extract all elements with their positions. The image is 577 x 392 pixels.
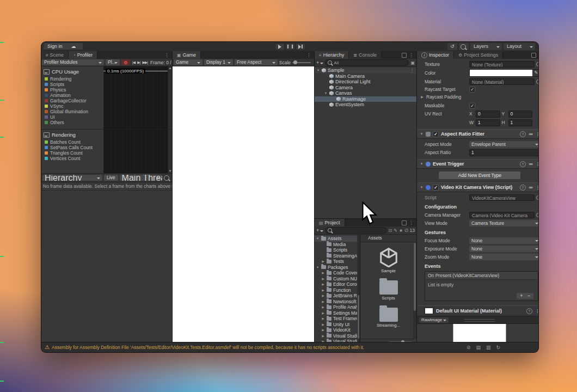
assets-breadcrumb[interactable]: Assets (360, 235, 416, 242)
presets-icon[interactable]: ≔ (529, 132, 533, 137)
next-frame-icon[interactable]: ▶| (137, 60, 140, 65)
cpu-chart[interactable]: 0.1ms (10000FPS) (103, 66, 168, 129)
uv-w-input[interactable]: 1 (476, 119, 500, 126)
maskable-checkbox[interactable]: ✓ (469, 103, 475, 109)
rendering-header[interactable]: Rendering (41, 131, 103, 139)
foldout-arrow[interactable]: ▼ (420, 186, 423, 189)
first-frame-icon[interactable]: |◀ (132, 60, 135, 65)
asset-item[interactable]: Scripts (370, 280, 408, 301)
foldout-arrow[interactable]: ▶ (321, 305, 325, 309)
search-by-type-icon[interactable]: ⊡ (389, 228, 392, 233)
scene-visibility-icon[interactable]: ▣ (410, 60, 415, 65)
remove-event-button[interactable]: − (527, 293, 530, 299)
component-enabled-checkbox[interactable]: ✓ (433, 185, 439, 191)
project-folder-item[interactable]: ▶ Visual Studic (315, 333, 357, 339)
cpu-legend-item[interactable]: Others (41, 120, 103, 125)
lock-icon[interactable] (531, 53, 536, 58)
project-folder-item[interactable]: ▶ Tests (315, 259, 357, 265)
texture-object-field[interactable]: None (Texture) (469, 61, 535, 68)
project-folder-item[interactable]: Scripts (315, 247, 357, 253)
cpu-legend-item[interactable]: GarbageCollector (41, 98, 103, 103)
foldout-arrow[interactable]: ▼ (316, 237, 320, 240)
add-event-button[interactable]: + (520, 293, 523, 299)
live-toggle[interactable]: Live (104, 175, 118, 181)
cpu-legend-item[interactable]: VSync (41, 103, 103, 109)
presets-icon[interactable]: ≔ (529, 185, 533, 190)
search-saved-icon[interactable]: ★ (399, 228, 403, 233)
panel-menu-icon[interactable]: ⋮ (409, 52, 414, 58)
rendering-legend-item[interactable]: Batches Count (41, 139, 103, 145)
tab-inspector[interactable]: iInspector (417, 51, 454, 59)
search-icon[interactable] (459, 43, 469, 50)
foldout-arrow[interactable]: ▼ (420, 132, 423, 136)
project-search-input[interactable] (325, 227, 386, 234)
lock-icon[interactable] (402, 220, 407, 225)
status-bar[interactable]: ⚠ Assembly for Assembly Definition File … (41, 342, 538, 352)
rendering-legend-item[interactable]: Vertices Count (41, 156, 103, 161)
tab-project-settings[interactable]: ⚙Project Settings (454, 51, 503, 59)
event-trigger-header[interactable]: ▼ Event Trigger ?≔⋮ (417, 159, 539, 169)
game-viewport[interactable] (173, 66, 314, 342)
create-dropdown[interactable]: + (316, 60, 323, 65)
profiler-modules-dropdown[interactable]: Profiler Modules (42, 59, 104, 65)
foldout-arrow[interactable]: ▼ (324, 91, 328, 95)
project-folder-item[interactable]: ▶ Unity UI (315, 322, 357, 328)
add-new-event-type-button[interactable]: Add New Event Type (439, 171, 520, 179)
asset-item[interactable]: Streaming... (370, 308, 408, 328)
project-folder-item[interactable]: ▶ Code Covera (315, 270, 357, 276)
foldout-arrow[interactable]: ▼ (316, 266, 320, 269)
component-menu-icon[interactable]: ⋮ (535, 309, 539, 314)
record-button[interactable] (121, 59, 130, 65)
foldout-arrow[interactable]: ▶ (321, 300, 325, 303)
lock-icon[interactable] (402, 53, 407, 58)
foldout-arrow[interactable]: ▼ (420, 162, 423, 166)
notifications-muted-icon[interactable]: ⊘ (466, 345, 471, 350)
pause-button[interactable] (285, 43, 295, 50)
preview-menu-icon[interactable]: ⋮ (536, 317, 539, 322)
aspect-ratio-dropdown[interactable]: Free Aspect (235, 59, 278, 65)
cache-server-icon[interactable]: ▥ (486, 345, 491, 350)
aspect-ratio-input[interactable]: 1 (469, 149, 539, 156)
assets-scrollbar[interactable] (413, 242, 416, 339)
help-icon[interactable]: ? (520, 161, 526, 167)
project-folder-item[interactable]: StreamingAs (315, 253, 357, 259)
component-menu-icon[interactable]: ⋮ (536, 185, 539, 190)
profiler-scrollbar[interactable]: ▲ (168, 66, 172, 129)
hierarchy-item[interactable]: EventSystem (315, 102, 416, 108)
project-folder-item[interactable]: ▶ Settings Mar (315, 310, 357, 316)
project-folder-item[interactable]: ▼ Assets (315, 236, 357, 242)
cpu-legend-item[interactable]: Animation (41, 93, 103, 98)
last-frame-icon[interactable]: ▶▶| (142, 60, 148, 65)
project-folder-item[interactable]: ▶ JetBrains Ric (315, 293, 357, 299)
step-button[interactable] (296, 43, 305, 50)
cpu-legend-item[interactable]: Rendering (41, 76, 103, 82)
auto-lighting-icon[interactable]: ▤ (476, 345, 481, 350)
hierarchy-item[interactable]: Main Camera (315, 74, 416, 79)
uv-x-input[interactable]: 0 (476, 111, 500, 118)
foldout-arrow[interactable]: ▶ (321, 277, 325, 280)
tab-project[interactable]: ▤Project (315, 219, 345, 226)
component-enabled-checkbox[interactable]: ✓ (433, 131, 439, 137)
project-folder-item[interactable]: ▶ Custom NUn (315, 276, 357, 282)
game-target-dropdown[interactable]: Game (174, 59, 202, 65)
exposure-mode-dropdown[interactable]: None (469, 246, 539, 252)
thread-dropdown[interactable]: Main Thread (120, 175, 162, 181)
cloud-services-icon[interactable]: ☁ (64, 43, 83, 50)
foldout-arrow[interactable]: ▶ (420, 95, 424, 99)
panel-menu-icon[interactable]: ⋮ (164, 52, 169, 58)
foldout-arrow[interactable]: ▶ (321, 317, 325, 320)
component-menu-icon[interactable]: ⋮ (536, 132, 539, 137)
object-picker-icon[interactable] (536, 213, 539, 217)
tab-scene[interactable]: #Scene (41, 51, 69, 59)
rawimage-preview[interactable]: RawImage RawImage Size: 1616x1616 (453, 324, 506, 342)
help-icon[interactable]: ? (520, 185, 526, 191)
details-search-icon[interactable] (164, 175, 169, 181)
rendering-legend-item[interactable]: SetPass Calls Count (41, 145, 103, 150)
component-menu-icon[interactable]: ⋮ (536, 162, 539, 167)
camera-manager-field[interactable]: Camera (Video Kit Camera (469, 212, 535, 218)
cpu-legend-item[interactable]: UI (41, 114, 103, 120)
foldout-arrow[interactable]: ▶ (321, 311, 325, 315)
hierarchy-item[interactable]: RawImage (315, 96, 416, 102)
object-picker-icon[interactable] (536, 79, 539, 84)
play-button[interactable] (275, 43, 285, 50)
